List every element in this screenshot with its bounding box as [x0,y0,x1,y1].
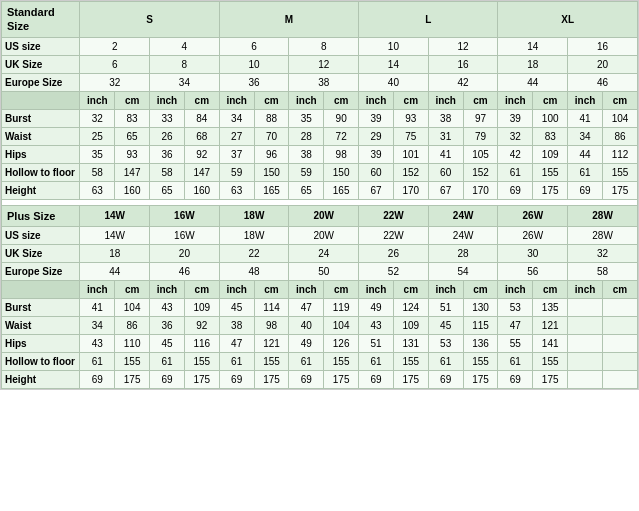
plus-hollow-label: Hollow to floor [2,352,80,370]
standard-section-header: Standard Size S M L XL [2,2,638,38]
standard-hollow-row: Hollow to floor 58147 58147 59150 59150 … [2,163,638,181]
eu-label: Europe Size [2,73,80,91]
burst-label: Burst [2,109,80,127]
plus-hollow-row: Hollow to floor 61155 61155 61155 61155 … [2,352,638,370]
standard-uk-row: UK Size 6 8 10 12 14 16 18 20 [2,55,638,73]
plus-uk-row: UK Size 18 20 22 24 26 28 30 32 [2,244,638,262]
standard-eu-row: Europe Size 32 34 36 38 40 42 44 46 [2,73,638,91]
standard-height-row: Height 63160 65160 63165 65165 67170 671… [2,181,638,199]
plus-eu-label: Europe Size [2,262,80,280]
plus-burst-row: Burst 41104 43109 45114 47119 49124 5113… [2,298,638,316]
us-val-5: 10 [359,37,429,55]
standard-us-row: US size 2 4 6 8 10 12 14 16 [2,37,638,55]
hips-label: Hips [2,145,80,163]
hollow-label: Hollow to floor [2,163,80,181]
plus-us-label: US size [2,226,80,244]
us-label: US size [2,37,80,55]
uk-label: UK Size [2,55,80,73]
us-val-3: 6 [219,37,289,55]
plus-uk-label: UK Size [2,244,80,262]
plus-section-header: Plus Size 14W 16W 18W 20W 22W 24W 26W 28… [2,205,638,226]
standard-table: Standard Size S M L XL US size 2 4 6 8 1… [1,1,638,389]
plus-unit-header: inchcm inchcm inchcm inchcm inchcm inchc… [2,280,638,298]
height-label: Height [2,181,80,199]
us-val-4: 8 [289,37,359,55]
us-val-7: 14 [498,37,568,55]
standard-burst-row: Burst 3283 3384 3488 3590 3993 3897 3910… [2,109,638,127]
plus-height-label: Height [2,370,80,388]
standard-hips-row: Hips 3593 3692 3796 3898 39101 41105 421… [2,145,638,163]
standard-unit-header: inchcm inchcm inchcm inchcm inchcm inchc… [2,91,638,109]
us-val-1: 2 [80,37,150,55]
us-val-2: 4 [150,37,220,55]
plus-burst-label: Burst [2,298,80,316]
plus-hips-label: Hips [2,334,80,352]
waist-label: Waist [2,127,80,145]
plus-title: Plus Size [2,205,80,226]
standard-title: Standard Size [2,2,80,38]
plus-waist-label: Waist [2,316,80,334]
plus-height-row: Height 69175 69175 69175 69175 69175 691… [2,370,638,388]
plus-us-row: US size 14W 16W 18W 20W 22W 24W 26W 28W [2,226,638,244]
plus-waist-row: Waist 3486 3692 3898 40104 43109 45115 4… [2,316,638,334]
plus-hips-row: Hips 43110 45116 47121 49126 51131 53136… [2,334,638,352]
us-val-8: 16 [568,37,638,55]
standard-waist-row: Waist 2565 2668 2770 2872 2975 3179 3283… [2,127,638,145]
us-val-6: 12 [428,37,498,55]
plus-eu-row: Europe Size 44 46 48 50 52 54 56 58 [2,262,638,280]
size-chart: Standard Size S M L XL US size 2 4 6 8 1… [0,0,639,390]
